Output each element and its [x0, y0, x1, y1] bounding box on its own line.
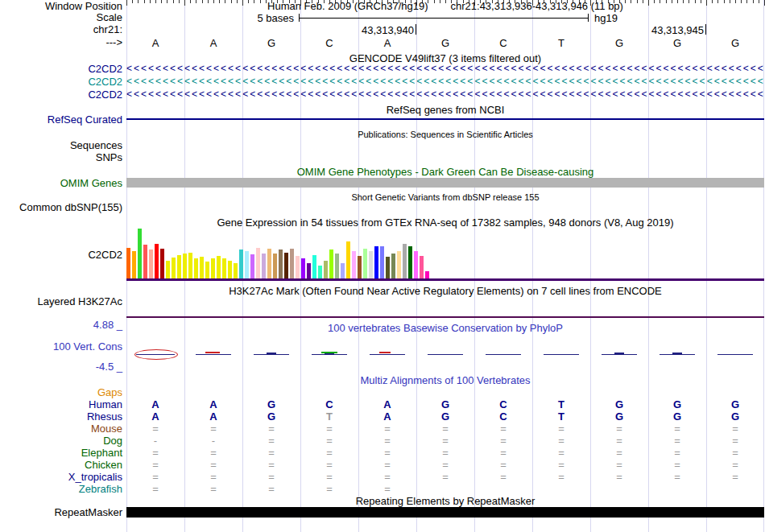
gtex-bar: [296, 256, 300, 278]
gtex-bar: [329, 250, 333, 278]
gtex-bar: [273, 254, 277, 278]
gtex-bar: [239, 250, 243, 278]
gtex-bar: [380, 246, 384, 278]
phylop-title[interactable]: 100 vertebrates Basewise Conservation by…: [126, 323, 764, 333]
phylop-baseline: [136, 354, 175, 355]
alignment-cell: T: [300, 411, 358, 422]
gtex-bar: [172, 258, 176, 278]
repeatmasker-bar[interactable]: [126, 507, 764, 518]
gtex-bar: [312, 255, 316, 278]
gtex-bar: [374, 246, 378, 278]
alignment-cell: G: [416, 399, 474, 410]
alignment-cell: =: [126, 460, 184, 470]
repeatmasker-label[interactable]: RepeatMasker: [0, 507, 122, 518]
alignment-cell: =: [242, 447, 300, 458]
gtex-bar: [132, 251, 136, 278]
gtex-bar: [194, 258, 198, 278]
multiz-row-label-chicken[interactable]: Chicken: [0, 460, 122, 470]
phylop-baseline: [660, 354, 695, 355]
alignment-cell: G: [242, 399, 300, 410]
alignment-cell: -: [184, 435, 242, 446]
alignment-cell: =: [706, 423, 764, 434]
gene-label-c2cd2[interactable]: C2CD2: [0, 76, 122, 87]
alignment-cell: =: [300, 435, 358, 446]
omim-genes-label[interactable]: OMIM Genes: [0, 178, 122, 188]
alignment-cell: =: [184, 472, 242, 482]
snps-label[interactable]: SNPs: [0, 152, 122, 163]
gtex-bar: [222, 258, 226, 278]
publications-title[interactable]: Publications: Sequences in Scientific Ar…: [126, 130, 764, 140]
alignment-cell: =: [300, 460, 358, 470]
gtex-bar: [234, 263, 238, 278]
multiz-row-label-zebrafish[interactable]: Zebrafish: [0, 484, 122, 494]
refseq-gene-line[interactable]: [126, 118, 764, 120]
gtex-bar: [335, 254, 339, 278]
sequences-label[interactable]: Sequences: [0, 140, 122, 151]
dbsnp-title[interactable]: Short Genetic Variants from dbSNP releas…: [126, 192, 764, 203]
refseq-title[interactable]: RefSeq genes from NCBI: [126, 105, 764, 115]
h3k27ac-signal-line[interactable]: [126, 316, 764, 318]
transcript-arrows[interactable]: <<<<<<<<<<<<<<<<<<<<<<<<<<<<<<<<<<<<<<<<…: [126, 89, 764, 100]
omim-gene-bar[interactable]: [126, 178, 764, 188]
alignment-cell: G: [590, 411, 648, 422]
phylop-baseline: [312, 354, 347, 355]
gtex-baseline: [126, 278, 764, 281]
alignment-cell: =: [416, 460, 474, 470]
alignment-cell: =: [358, 447, 416, 458]
transcript-arrows[interactable]: <<<<<<<<<<<<<<<<<<<<<<<<<<<<<<<<<<<<<<<<…: [126, 76, 764, 87]
gtex-bar: [358, 256, 362, 278]
gtex-bar: [245, 251, 249, 278]
alignment-cell: =: [648, 447, 706, 458]
alignment-cell: G: [242, 411, 300, 422]
alignment-cell: =: [416, 447, 474, 458]
transcript-arrows[interactable]: <<<<<<<<<<<<<<<<<<<<<<<<<<<<<<<<<<<<<<<<…: [126, 64, 764, 74]
omim-title[interactable]: OMIM Gene Phenotypes - Dark Green Can Be…: [126, 167, 764, 177]
alignment-cell: =: [532, 423, 590, 434]
multiz-row-label-rhesus[interactable]: Rhesus: [0, 411, 122, 422]
alignment-cell: =: [184, 460, 242, 470]
dbsnp-label[interactable]: Common dbSNP(155): [0, 202, 122, 212]
gtex-barchart[interactable]: [126, 229, 764, 278]
window-position-label: Window Position: [0, 1, 122, 11]
h3k27ac-title[interactable]: H3K27Ac Mark (Often Found Near Active Re…: [126, 286, 764, 296]
multiz-row-label-x-tropicalis[interactable]: X_tropicalis: [0, 472, 122, 482]
gencode-title[interactable]: GENCODE V49lift37 (3 items filtered out): [126, 53, 764, 64]
range-text: chr21:43,313,936-43,313,946 (11 bp): [451, 0, 623, 12]
alignment-cell: =: [706, 447, 764, 458]
alignment-cell: =: [706, 460, 764, 470]
multiz-row-label-mouse[interactable]: Mouse: [0, 423, 122, 434]
alignment-cell: =: [126, 423, 184, 434]
multiz-row-label-dog[interactable]: Dog: [0, 435, 122, 446]
alignment-cell: =: [590, 423, 648, 434]
phylop-track-label[interactable]: 100 Vert. Cons: [0, 341, 122, 352]
alignment-cell: =: [300, 472, 358, 482]
alignment-cell: =: [126, 472, 184, 482]
alignment-cell: =: [648, 472, 706, 482]
repeatmasker-title[interactable]: Repeating Elements by RepeatMasker: [126, 496, 764, 506]
h3k27ac-label[interactable]: Layered H3K27Ac: [0, 296, 122, 307]
alignment-cell: =: [474, 472, 532, 482]
coordinate-label: 43,313,945: [416, 24, 704, 36]
alignment-cell: =: [648, 423, 706, 434]
gtex-bar: [391, 254, 395, 278]
alignment-cell: A: [126, 399, 184, 410]
gtex-bar: [228, 261, 232, 278]
gene-label-c2cd2[interactable]: C2CD2: [0, 64, 122, 74]
multiz-row-label-elephant[interactable]: Elephant: [0, 447, 122, 458]
alignment-cell: =: [590, 472, 648, 482]
multiz-row-label-human[interactable]: Human: [0, 399, 122, 410]
multiz-title[interactable]: Multiz Alignments of 100 Vertebrates: [126, 375, 764, 386]
alignment-cell: =: [474, 447, 532, 458]
gtex-gene-label[interactable]: C2CD2: [0, 250, 122, 260]
gtex-bar: [301, 258, 305, 278]
phylop-max-label: 4.88 _: [0, 320, 122, 330]
gene-label-c2cd2[interactable]: C2CD2: [0, 89, 122, 100]
gtex-title[interactable]: Gene Expression in 54 tissues from GTEx …: [126, 217, 764, 228]
alignment-cell: G: [416, 411, 474, 422]
refseq-curated-label[interactable]: RefSeq Curated: [0, 114, 122, 125]
gtex-bar: [420, 256, 424, 278]
reference-base: C: [474, 37, 532, 49]
gtex-bar: [250, 254, 254, 278]
multiz-row-label-gaps[interactable]: Gaps: [0, 387, 122, 398]
gtex-bar: [143, 245, 147, 278]
